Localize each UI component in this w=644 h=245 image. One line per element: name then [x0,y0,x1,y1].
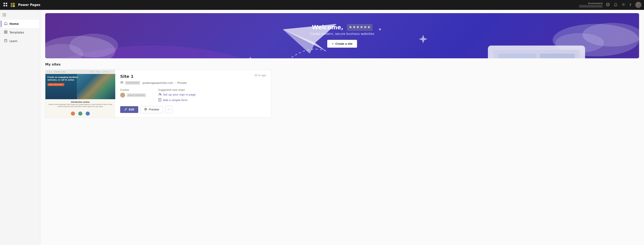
browser-dots [47,71,52,72]
site-actions: Edit Preview ··· [120,106,266,113]
svg-rect-16 [6,30,7,32]
browser-dot-2 [49,71,50,72]
site-timestamp: 33 m ago [254,74,266,77]
svg-rect-15 [4,30,6,32]
next-steps-label: Suggested next steps [158,88,196,92]
browser-nav-home: Home [90,71,94,73]
svg-point-26 [45,44,83,58]
creator-label: Creator [120,88,146,92]
sidebar: Home Templates Learn [0,10,40,245]
user-name-blurred: •••••• [347,24,372,31]
svg-point-60 [121,81,122,82]
svg-point-36 [552,24,639,56]
env-value: •••••••••••••••• [579,5,603,8]
svg-point-38 [556,33,604,52]
signin-icon [158,92,162,96]
env-icon[interactable] [606,3,610,7]
hero-content: Welcome, •••••• Create modern, secure bu… [310,24,374,48]
preview-icon [144,108,147,111]
browser-nav-contact: Contact us [102,71,110,73]
sidebar-item-learn[interactable]: Learn [1,37,39,45]
site-card: Company name Home Pages Contact us ··· C… [45,70,271,118]
site-meta-row: Creator •••• •••••• Suggested next steps [120,88,266,102]
edit-button[interactable]: Edit [120,106,138,113]
my-sites-title: My sites [45,62,639,66]
settings-icon[interactable] [622,3,625,7]
site-name: Site 1 [120,74,266,79]
nav-icons: ? [606,2,642,8]
sidebar-home-label: Home [10,22,19,26]
site-url-blurred: •••••••• [125,81,140,84]
svg-rect-1 [6,3,7,4]
creator-row: •••• •••••• [120,92,146,98]
svg-point-61 [122,82,123,82]
thumbnail-browser: Company name Home Pages Contact us ··· C… [46,70,115,117]
sidebar-toggle[interactable] [0,12,40,19]
next-step-signin[interactable]: Set up your sign in page [158,92,196,96]
sidebar-item-home[interactable]: Home [1,20,39,28]
learn-icon [4,39,8,43]
browser-bar: Company name Home Pages Contact us ··· [46,70,115,74]
site-url-dash: - [175,81,176,84]
site-thumbnail: Company name Home Pages Contact us ··· C… [46,70,115,117]
svg-point-62 [159,93,160,94]
more-options-button[interactable]: ··· [165,106,172,113]
sidebar-item-templates[interactable]: Templates [1,28,39,36]
site-url-domain: .powerappsportals.com [142,81,173,84]
users-icon [120,81,124,85]
svg-rect-7 [13,5,15,7]
waffle-icon[interactable] [2,3,8,7]
creator-name-blurred: •••• •••••• [127,94,146,97]
svg-rect-44 [540,54,575,58]
thumbnail-intro: Introduction section Create a short para… [46,99,115,110]
preview-button[interactable]: Preview [140,106,163,113]
next-step-form[interactable]: Add a simple form [158,98,196,102]
help-icon[interactable]: ? [630,3,631,7]
creator-section: Creator •••• •••••• [120,88,146,102]
svg-rect-18 [6,32,7,34]
form-icon [158,98,162,102]
svg-point-25 [70,34,118,58]
home-icon [4,22,8,26]
templates-icon [4,30,8,34]
main-content: Welcome, •••••• Create modern, secure bu… [40,10,644,245]
app-title: Power Pages [18,3,40,7]
hero-subtitle: Create modern, secure business websites [310,32,374,36]
svg-rect-5 [13,3,15,5]
creator-avatar [120,92,125,98]
edit-icon [124,108,127,111]
svg-point-37 [582,23,639,46]
thumbnail-cta: Add a call-to-action [48,83,64,86]
browser-nav-pages: Pages [96,71,100,73]
next-step-signin-label: Set up your sign in page [163,93,196,96]
plus-icon: + [332,42,334,46]
env-label: Environment [579,2,603,5]
next-steps-list: Set up your sign in page [158,92,196,102]
svg-rect-4 [11,3,12,5]
more-icon: ··· [168,108,170,111]
svg-point-22 [45,46,342,58]
svg-rect-6 [11,5,12,7]
environment-info: Environment •••••••••••••••• [579,2,603,8]
svg-point-63 [160,94,161,95]
svg-point-11 [623,4,624,5]
sidebar-templates-label: Templates [10,31,24,34]
notification-icon[interactable] [614,3,618,7]
hero-title: Welcome, •••••• [310,24,374,31]
svg-rect-41 [488,46,585,58]
top-nav: Power Pages Environment •••••••••••••••• [0,0,644,10]
microsoft-logo [11,3,15,7]
svg-rect-43 [499,54,536,58]
hero-banner: Welcome, •••••• Create modern, secure bu… [45,13,639,58]
svg-rect-2 [4,5,5,6]
next-step-form-label: Add a simple form [163,98,188,102]
create-site-button[interactable]: + Create a site [327,40,357,48]
my-sites-section: My sites Company name Home [40,58,644,122]
site-info: 33 m ago Site 1 •••••••• [115,70,271,117]
browser-nav-more: ··· [112,71,114,73]
svg-rect-19 [4,40,7,42]
company-name-bar: Company name [54,71,89,73]
user-avatar[interactable] [635,2,642,8]
browser-dot-3 [51,71,52,72]
svg-rect-0 [4,3,5,4]
